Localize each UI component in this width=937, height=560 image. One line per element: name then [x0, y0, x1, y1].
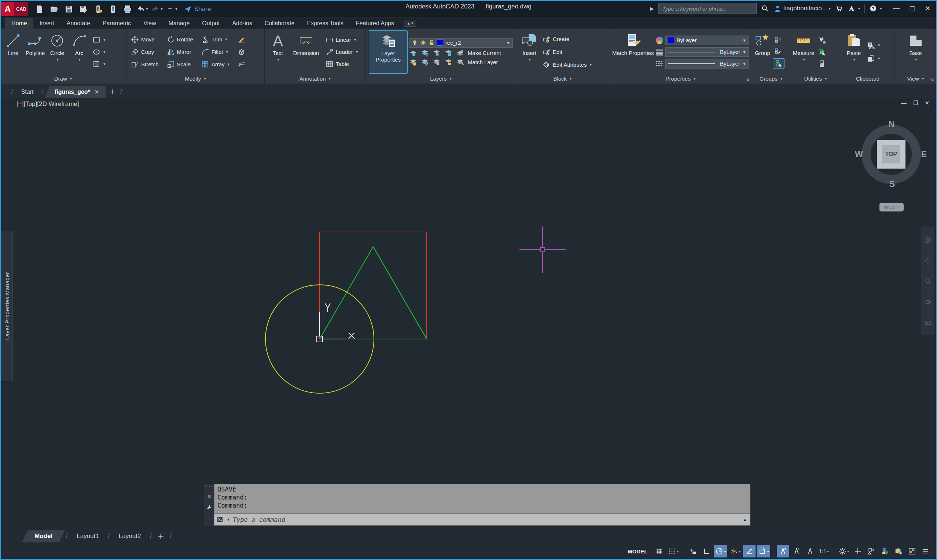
make-current-icon[interactable]: [456, 49, 465, 57]
command-prompt-icon[interactable]: [217, 517, 224, 523]
stretch-button[interactable]: Stretch: [129, 60, 160, 69]
command-options-caret-icon[interactable]: ▼: [226, 517, 230, 522]
panel-label-groups[interactable]: Groups: [752, 74, 789, 83]
group-edit-button[interactable]: [773, 47, 785, 57]
edit-attributes-button[interactable]: Edit Attributes: [541, 60, 593, 70]
command-close-icon[interactable]: ✕: [207, 493, 212, 500]
panel-label-utilities[interactable]: Utilities: [790, 74, 841, 83]
save-as-button[interactable]: [77, 3, 90, 15]
make-current-label[interactable]: Make Current: [468, 50, 501, 56]
command-window-grip[interactable]: :::::: ✕: [204, 484, 214, 526]
object-snap-toggle[interactable]: ▾: [757, 545, 770, 557]
hatch-button[interactable]: [91, 59, 107, 69]
line-button[interactable]: Line: [3, 31, 23, 74]
erase-button[interactable]: [236, 35, 247, 45]
array-button[interactable]: Array: [200, 60, 231, 69]
save-button[interactable]: [63, 3, 75, 15]
minimize-button[interactable]: —: [893, 5, 900, 12]
share-button[interactable]: Share: [184, 5, 211, 13]
polar-tracking-toggle[interactable]: ▾: [714, 545, 727, 557]
redo-button[interactable]: [151, 3, 163, 15]
quick-select-button[interactable]: [816, 35, 828, 45]
isodraft-caret-icon[interactable]: ▾: [739, 549, 740, 554]
command-expand-icon[interactable]: ▲: [743, 517, 747, 522]
open-from-web-button[interactable]: [92, 3, 105, 15]
clean-screen-button[interactable]: [906, 545, 918, 557]
layer-select-combo[interactable]: rec_r2 ▼: [409, 38, 513, 48]
help-button[interactable]: ?: [869, 5, 882, 12]
graphics-performance-button[interactable]: [879, 545, 891, 557]
panel-label-draw[interactable]: Draw: [0, 74, 126, 83]
plot-button[interactable]: [122, 3, 134, 15]
paste-button[interactable]: Paste: [843, 31, 864, 74]
group-button[interactable]: Group: [754, 31, 771, 74]
autocad-app-menu[interactable]: A CAD: [1, 2, 28, 16]
tab-view[interactable]: View: [137, 18, 162, 29]
osnap-caret-icon[interactable]: ▾: [767, 549, 769, 554]
layer-freeze-icon[interactable]: [432, 49, 442, 57]
gear-caret-icon[interactable]: ▾: [847, 549, 849, 554]
cut-button[interactable]: [866, 41, 882, 50]
linetype-combo[interactable]: ByLayer ▼: [665, 59, 749, 69]
drawing-canvas[interactable]: [−] [Top] [2D Wireframe] — ❐ ✕ N W E S T…: [1, 98, 936, 529]
layer-isolate-icon[interactable]: [421, 49, 430, 57]
panel-label-layers[interactable]: Layers: [366, 74, 516, 83]
file-tab-start[interactable]: Start: [15, 86, 40, 98]
rectangle-button[interactable]: [91, 35, 107, 45]
object-color-icon[interactable]: [655, 36, 664, 45]
circle-button[interactable]: Circle: [47, 31, 68, 74]
layout-tab-layout1[interactable]: Layout1: [69, 530, 107, 542]
match-properties-button[interactable]: Match Properties: [612, 31, 654, 74]
rotate-button[interactable]: Rotate: [165, 35, 195, 45]
properties-dialog-launcher[interactable]: ⇘: [745, 76, 749, 82]
new-drawing-tab-button[interactable]: +: [109, 86, 115, 97]
lineweight-combo[interactable]: ByLayer ▼: [665, 47, 749, 57]
annotation-scale-value[interactable]: 1:1 ▾: [817, 545, 830, 557]
undo-button[interactable]: [136, 3, 148, 15]
isometric-drafting-toggle[interactable]: ▾: [728, 545, 742, 557]
insert-block-button[interactable]: Insert: [519, 31, 540, 74]
ellipse-button[interactable]: [91, 47, 107, 57]
autodesk-apps-button[interactable]: [848, 5, 860, 12]
tab-insert[interactable]: Insert: [33, 18, 60, 29]
annotation-visibility-toggle[interactable]: [777, 545, 789, 557]
ribbon-minimize-button[interactable]: ▲: [404, 20, 416, 27]
scale-caret-icon[interactable]: ▾: [827, 549, 829, 554]
tab-addins[interactable]: Add-ins: [226, 18, 258, 29]
scale-button[interactable]: Scale: [165, 60, 195, 69]
customization-menu-button[interactable]: [919, 545, 932, 557]
tab-parametric[interactable]: Parametric: [96, 18, 137, 29]
file-tab-close-icon[interactable]: ✕: [95, 89, 99, 95]
new-layout-button[interactable]: +: [158, 530, 163, 542]
layer-properties-button[interactable]: Layer Properties: [369, 31, 408, 74]
dimension-button[interactable]: Dimension: [289, 31, 323, 74]
layer-lock-icon[interactable]: [444, 49, 453, 57]
panel-label-properties[interactable]: Properties ⇘: [609, 74, 752, 83]
command-input[interactable]: [233, 516, 740, 523]
command-history[interactable]: QSAVE Command: Command:: [214, 484, 751, 514]
copy-clip-button[interactable]: [866, 54, 882, 63]
layer-unlock-icon[interactable]: [444, 58, 453, 66]
base-view-button[interactable]: Base: [904, 31, 928, 74]
fillet-button[interactable]: Fillet: [200, 47, 231, 57]
tab-output[interactable]: Output: [196, 18, 226, 29]
file-tab-document[interactable]: figuras_geo* ✕: [45, 86, 106, 98]
offset-button[interactable]: [236, 60, 247, 69]
move-button[interactable]: Move: [129, 35, 160, 45]
panel-label-view[interactable]: View ⇘: [894, 74, 937, 83]
object-color-combo[interactable]: ByLayer ▼: [665, 35, 749, 45]
drag-handle-icon[interactable]: ::::::: [204, 485, 214, 489]
match-layer-icon[interactable]: [456, 58, 465, 66]
qat-customize-button[interactable]: [165, 3, 178, 15]
isolate-objects-button[interactable]: [865, 545, 878, 557]
arc-button[interactable]: Arc: [69, 31, 89, 74]
layer-off-icon[interactable]: [409, 49, 418, 57]
view-dialog-launcher[interactable]: ⇘: [930, 76, 934, 82]
close-button[interactable]: ✕: [925, 5, 931, 12]
open-file-button[interactable]: [48, 3, 60, 15]
command-settings-wrench-icon[interactable]: [206, 504, 212, 510]
table-button[interactable]: Table: [324, 59, 359, 69]
autoscale-annotation-toggle[interactable]: [790, 545, 803, 557]
layout-tab-model[interactable]: Model: [22, 530, 65, 542]
polar-caret-icon[interactable]: ▾: [724, 549, 726, 554]
